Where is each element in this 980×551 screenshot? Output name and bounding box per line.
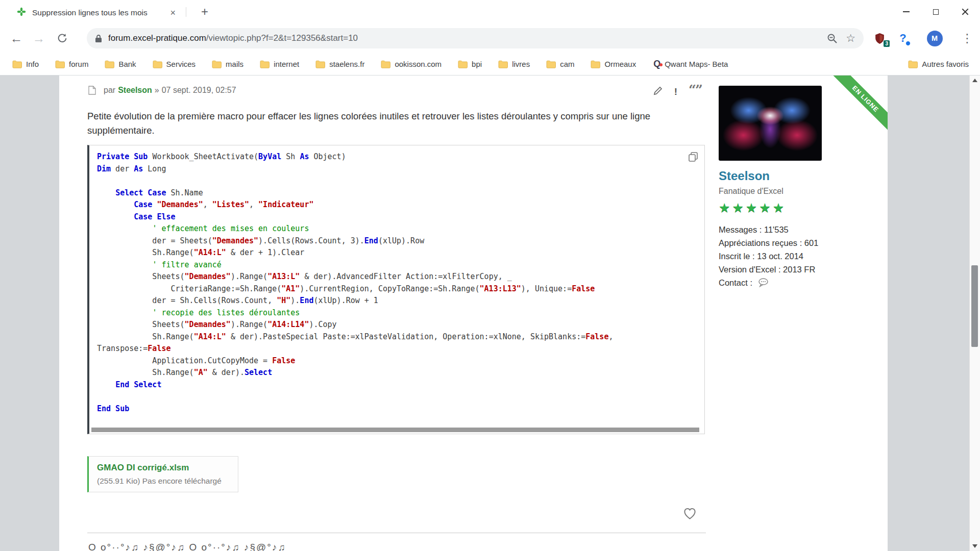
bookmark-item[interactable]: livres xyxy=(498,60,530,68)
bookmark-item[interactable]: Info xyxy=(12,60,39,68)
code-line xyxy=(97,175,700,187)
profile-rank: Fanatique d'Excel xyxy=(719,187,877,196)
code-line: CriteriaRange:=Sh.Range("A1").CurrentReg… xyxy=(97,283,700,295)
post-page-icon[interactable] xyxy=(88,86,96,95)
bookmark-item[interactable]: Ormeaux xyxy=(591,60,636,68)
rating-stars: ★★★★★ xyxy=(719,201,877,215)
folder-icon xyxy=(105,60,114,68)
code-line xyxy=(97,391,700,403)
window-minimize-button[interactable] xyxy=(891,0,921,23)
tab-separator xyxy=(186,7,186,17)
code-line: End Sub xyxy=(97,403,700,415)
profile-avatar-button[interactable]: M xyxy=(926,30,943,47)
star-icon: ★ xyxy=(759,201,770,215)
maximize-icon xyxy=(933,9,939,15)
chat-icon[interactable] xyxy=(758,278,769,287)
forward-button[interactable] xyxy=(31,30,47,46)
ublock-extension-icon[interactable]: 3 xyxy=(871,30,888,47)
window-close-button[interactable] xyxy=(950,0,980,23)
lock-icon xyxy=(95,34,102,43)
author-link[interactable]: Steelson xyxy=(118,86,152,94)
code-line: der = Sheets("Demandes").Cells(Rows.Coun… xyxy=(97,235,700,247)
byline-separator: » xyxy=(155,86,159,94)
bookmarks-bar: InfoforumBankServicesmailsinternetstaele… xyxy=(0,53,980,76)
folder-icon xyxy=(12,60,22,68)
author-profile-panel: Steelson Fanatique d'Excel ★★★★★ Message… xyxy=(719,86,877,289)
code-line: ' filtre avancé xyxy=(97,259,700,271)
report-post-icon[interactable] xyxy=(674,86,677,97)
extension-badge: 3 xyxy=(884,40,890,47)
bookmark-item[interactable]: forum xyxy=(55,60,88,68)
attachment-box: GMAO DI corrigé.xlsm (255.91 Kio) Pas en… xyxy=(87,456,238,492)
avatar: M xyxy=(927,31,943,46)
like-heart-icon[interactable] xyxy=(683,507,697,520)
folder-icon xyxy=(315,60,325,68)
folder-icon xyxy=(153,60,162,68)
browser-scrollbar[interactable] xyxy=(969,76,980,551)
bookmark-item[interactable]: ookisson.com xyxy=(381,60,442,68)
bookmark-item[interactable]: bpi xyxy=(458,60,482,68)
post-byline: parSteelson»07 sept. 2019, 02:57 xyxy=(104,86,239,95)
browser-menu-icon[interactable] xyxy=(959,30,976,47)
bookmark-item[interactable]: staelens.fr xyxy=(315,60,364,68)
browser-toolbar: forum.excel-pratique.com/viewtopic.php?f… xyxy=(0,23,980,53)
code-line: Sh.Range("A" & der).Select xyxy=(97,367,700,379)
folder-icon xyxy=(212,60,222,68)
post-date: 07 sept. 2019, 02:57 xyxy=(162,86,236,94)
profile-name-link[interactable]: Steelson xyxy=(719,169,877,183)
quote-post-icon[interactable] xyxy=(689,87,702,96)
star-icon: ★ xyxy=(732,201,743,215)
code-line: der = Sh.Cells(Rows.Count, "H").End(xlUp… xyxy=(97,295,700,307)
bookmark-qwant[interactable]: Q Qwant Maps- Beta xyxy=(653,59,728,69)
folder-icon xyxy=(908,60,918,68)
profile-field: Appréciations reçues : 601 xyxy=(719,236,877,249)
window-controls xyxy=(891,0,980,23)
attachment-link[interactable]: GMAO DI corrigé.xlsm xyxy=(97,463,230,473)
page-viewport: EN LIGNE parSteelson»07 sept. 2019, 02:5… xyxy=(0,76,980,551)
new-tab-button[interactable] xyxy=(197,4,212,19)
reload-button[interactable] xyxy=(54,30,70,46)
bookmark-item[interactable]: cam xyxy=(546,60,574,68)
star-icon: ★ xyxy=(746,201,757,215)
url-path: /viewtopic.php?f=2&t=129356&start=10 xyxy=(206,33,358,43)
code-line: Sheets("Demandes").Range("A13:L" & der).… xyxy=(97,271,700,283)
code-horizontal-scrollbar[interactable] xyxy=(91,428,699,432)
minimize-icon xyxy=(903,11,910,12)
forum-post-container: EN LIGNE parSteelson»07 sept. 2019, 02:5… xyxy=(59,76,888,551)
bookmark-item[interactable]: Services xyxy=(153,60,196,68)
profile-field: Version d'Excel : 2013 FR xyxy=(719,263,877,276)
other-bookmarks-folder[interactable]: Autres favoris xyxy=(908,60,969,68)
back-button[interactable] xyxy=(8,30,24,46)
folder-icon xyxy=(260,60,270,68)
tab-title: Suppression lignes tous les mois xyxy=(32,8,148,17)
browser-tab[interactable]: Suppression lignes tous les mois xyxy=(9,3,181,22)
byline-prefix: par xyxy=(104,86,115,94)
bookmark-item[interactable]: internet xyxy=(260,60,299,68)
code-line: Select Case Sh.Name xyxy=(97,187,700,199)
address-bar[interactable]: forum.excel-pratique.com/viewtopic.php?f… xyxy=(87,28,864,48)
scrollbar-thumb[interactable] xyxy=(971,265,978,347)
scrollbar-down-arrow[interactable] xyxy=(972,544,977,548)
help-extension-icon[interactable]: ? xyxy=(894,30,912,47)
bookmark-item[interactable]: Bank xyxy=(105,60,136,68)
code-line: Sh.Range("A14:L" & der + 1).Clear xyxy=(97,247,700,259)
window-maximize-button[interactable] xyxy=(921,0,950,23)
folder-icon xyxy=(498,60,508,68)
edit-post-icon[interactable] xyxy=(653,86,663,98)
attachment-meta: (255.91 Kio) Pas encore téléchargé xyxy=(97,477,230,486)
bookmark-star-icon[interactable] xyxy=(846,32,855,44)
code-line: Application.CutCopyMode = False xyxy=(97,355,700,367)
scrollbar-up-arrow[interactable] xyxy=(972,79,977,82)
tab-close-icon[interactable] xyxy=(170,8,176,17)
author-avatar-image xyxy=(719,86,822,161)
zoom-indicator-icon[interactable] xyxy=(827,33,838,44)
copy-code-icon[interactable] xyxy=(688,152,698,162)
profile-field: Messages : 11'535 xyxy=(719,223,877,236)
post-header: parSteelson»07 sept. 2019, 02:57 xyxy=(87,85,705,99)
code-line: ' recopie des listes déroulantes xyxy=(97,307,700,319)
code-box: Private Sub Workbook_SheetActivate(ByVal… xyxy=(87,145,705,434)
bookmark-item[interactable]: mails xyxy=(212,60,243,68)
url-text[interactable]: forum.excel-pratique.com/viewtopic.php?f… xyxy=(108,33,358,43)
post-actions xyxy=(653,85,702,99)
code-line: End Select xyxy=(97,379,700,391)
